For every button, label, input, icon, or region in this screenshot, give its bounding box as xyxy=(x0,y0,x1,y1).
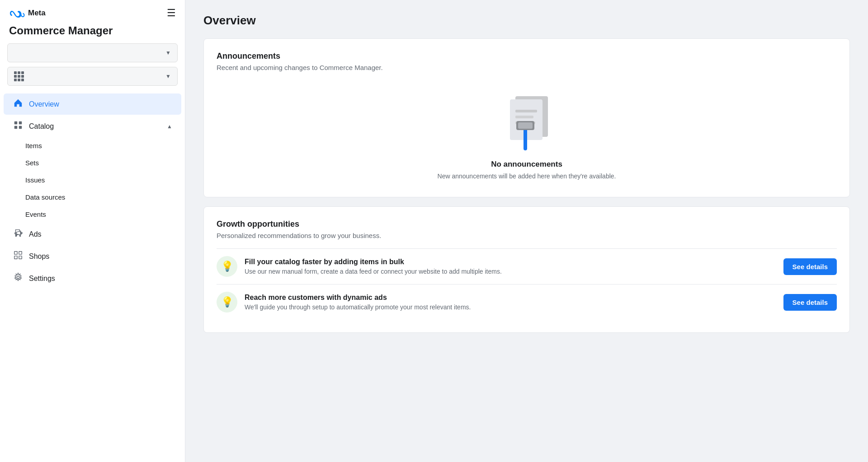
announcements-empty: No announcements New announcements will … xyxy=(217,80,837,184)
growth-item-0: 💡 Fill your catalog faster by adding ite… xyxy=(217,248,837,284)
growth-icon-1: 💡 xyxy=(217,292,237,313)
growth-item-desc-0: Use our new manual form, create a data f… xyxy=(245,268,776,275)
catalog-dropdown-arrow: ▼ xyxy=(165,73,171,79)
see-details-btn-1[interactable]: See details xyxy=(783,294,837,311)
nav-item-catalog[interactable]: Catalog ▲ xyxy=(4,116,181,137)
growth-item-desc-1: We'll guide you through setup to automat… xyxy=(245,303,776,311)
growth-card: Growth opportunities Personalized recomm… xyxy=(203,206,850,333)
submenu-issues[interactable]: Issues xyxy=(25,172,181,188)
settings-label: Settings xyxy=(29,275,172,283)
catalog-section: Catalog ▲ Items Sets Issues Data sources… xyxy=(0,115,185,223)
meta-logo: Meta xyxy=(9,9,46,18)
nav-item-shops[interactable]: Shops xyxy=(4,246,181,267)
submenu-events[interactable]: Events xyxy=(25,206,181,223)
hamburger-icon[interactable]: ☰ xyxy=(167,8,176,18)
growth-text-1: Reach more customers with dynamic ads We… xyxy=(245,294,776,311)
submenu-sets[interactable]: Sets xyxy=(25,154,181,171)
growth-title: Growth opportunities xyxy=(217,219,837,229)
catalog-dropdown[interactable]: ▼ xyxy=(7,67,178,86)
nav-item-settings[interactable]: Settings xyxy=(4,268,181,289)
svg-rect-17 xyxy=(518,122,533,129)
growth-subtitle: Personalized recommendations to grow you… xyxy=(217,232,837,239)
growth-item-title-0: Fill your catalog faster by adding items… xyxy=(245,258,776,266)
announcements-empty-title: No announcements xyxy=(491,160,562,169)
svg-rect-6 xyxy=(19,252,22,254)
svg-rect-2 xyxy=(14,126,17,129)
lightbulb-icon-0: 💡 xyxy=(221,261,233,272)
sidebar: Meta ☰ Commerce Manager ▼ ▼ Overview xyxy=(0,0,185,462)
svg-rect-12 xyxy=(515,110,537,112)
ads-icon xyxy=(13,228,24,240)
ads-label: Ads xyxy=(29,230,172,238)
sidebar-title: Commerce Manager xyxy=(0,23,185,43)
meta-logo-svg xyxy=(9,9,25,18)
grid-icon xyxy=(14,71,24,81)
announcements-empty-subtitle: New announcements will be added here whe… xyxy=(438,173,616,180)
lightbulb-icon-1: 💡 xyxy=(221,296,233,308)
meta-logo-text: Meta xyxy=(28,9,46,18)
svg-rect-13 xyxy=(515,116,533,118)
main-content: Overview Announcements Recent and upcomi… xyxy=(185,0,868,462)
nav-overview-label: Overview xyxy=(29,100,172,108)
announcements-card: Announcements Recent and upcoming change… xyxy=(203,38,850,197)
svg-rect-7 xyxy=(14,256,17,259)
growth-icon-0: 💡 xyxy=(217,256,237,277)
svg-rect-5 xyxy=(14,252,17,254)
svg-rect-1 xyxy=(19,121,22,124)
growth-item-title-1: Reach more customers with dynamic ads xyxy=(245,294,776,302)
submenu-data-sources[interactable]: Data sources xyxy=(25,189,181,205)
growth-text-0: Fill your catalog faster by adding items… xyxy=(245,258,776,275)
catalog-icon xyxy=(13,120,24,132)
nav-item-overview[interactable]: Overview xyxy=(4,93,181,115)
nav-item-ads[interactable]: Ads xyxy=(4,224,181,245)
announcements-title: Announcements xyxy=(217,51,837,61)
svg-rect-3 xyxy=(19,126,22,129)
svg-rect-0 xyxy=(14,121,17,124)
settings-icon xyxy=(13,272,24,285)
sidebar-header: Meta ☰ xyxy=(0,0,185,23)
submenu-items[interactable]: Items xyxy=(25,137,181,154)
see-details-btn-0[interactable]: See details xyxy=(783,258,837,275)
account-dropdown-arrow: ▼ xyxy=(165,50,171,56)
account-dropdown[interactable]: ▼ xyxy=(7,43,178,62)
svg-rect-15 xyxy=(524,128,527,150)
shops-icon xyxy=(13,250,24,262)
announcements-subtitle: Recent and upcoming changes to Commerce … xyxy=(217,64,837,71)
svg-rect-8 xyxy=(19,256,22,259)
shops-label: Shops xyxy=(29,252,172,261)
svg-point-9 xyxy=(17,276,19,279)
catalog-submenu: Items Sets Issues Data sources Events xyxy=(0,137,185,223)
paint-illustration xyxy=(497,89,556,153)
page-title: Overview xyxy=(203,14,850,28)
catalog-label: Catalog xyxy=(29,122,161,131)
growth-item-1: 💡 Reach more customers with dynamic ads … xyxy=(217,284,837,320)
home-icon xyxy=(13,98,24,110)
catalog-dropdown-left xyxy=(14,71,24,81)
catalog-chevron: ▲ xyxy=(167,123,172,130)
